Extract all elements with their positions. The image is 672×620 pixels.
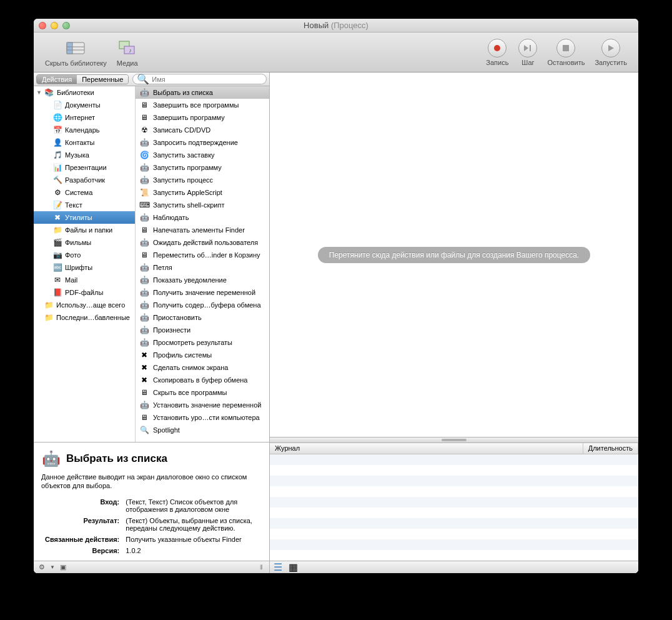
action-item[interactable]: 🤖Ожидать действий пользователя [136,236,269,249]
resize-handle-icon[interactable]: ⦀ [257,563,265,572]
left-bottom-bar: ⚙ ▼ ▣ ⦀ [34,561,269,573]
sidebar-root[interactable]: ▼📚Библиотеки [34,86,135,99]
stop-button[interactable]: Остановить [542,39,590,66]
actions-list[interactable]: 🤖Выбрать из списка🖥Завершить все програм… [136,86,269,442]
sidebar-item[interactable]: 📊Презентации [34,161,135,174]
action-item[interactable]: 🖥Завершить программу [136,111,269,124]
action-item[interactable]: 🤖Наблюдать [136,211,269,224]
log-row[interactable] [270,508,638,518]
action-item[interactable]: 🤖Запустить процесс [136,174,269,186]
action-item[interactable]: 📜Запустить AppleScript [136,186,269,199]
tab-variables[interactable]: Переменные [77,75,128,84]
action-item[interactable]: 🤖Выбрать из списка [136,86,269,99]
mode-segment[interactable]: Действия Переменные [36,74,129,84]
gear-menu-chevron-icon[interactable]: ▼ [50,564,55,570]
action-item[interactable]: 🖥Установить уро…сти компьютера [136,411,269,424]
sidebar-item[interactable]: 📄Документы [34,99,135,111]
hide-library-button[interactable]: Скрыть библиотеку [40,38,112,67]
action-item[interactable]: 🤖Просмотреть результаты [136,336,269,349]
log-row[interactable] [270,486,638,497]
action-label: Просмотреть результаты [153,338,232,348]
action-item[interactable]: 🖥Напечатать элементы Finder [136,224,269,236]
log-row[interactable] [270,529,638,539]
sidebar-item[interactable]: 🔤Шрифты [34,261,135,274]
action-item[interactable]: 🤖Петля [136,261,269,274]
grid-view-icon[interactable]: ▦ [289,563,297,572]
log-col-duration[interactable]: Длительность [583,443,638,454]
tab-actions[interactable]: Действия [37,75,77,84]
action-icon: 🖥 [139,112,149,122]
sidebar-item-label: Музыка [65,150,89,160]
action-item[interactable]: ✖Скопировать в буфер обмена [136,374,269,386]
action-item[interactable]: 🔍Spotlight [136,424,269,436]
sidebar-item[interactable]: 🎵Музыка [34,149,135,161]
sidebar-item[interactable]: ✖Утилиты [34,211,135,224]
action-label: Запустить заставку [153,150,215,160]
run-button[interactable]: Запустить [590,39,632,66]
action-icon: 🖥 [139,388,149,398]
library-icon [66,38,86,58]
titlebar[interactable]: Новый (Процесс) [34,19,638,32]
sidebar-smart-item[interactable]: 📁Последни…бавленные [34,311,135,324]
action-label: Запросить подтверждение [153,138,238,148]
sidebar-item[interactable]: 📁Файлы и папки [34,224,135,236]
sidebar-item[interactable]: 🎬Фильмы [34,236,135,249]
action-item[interactable]: 🤖Установить значение переменной [136,399,269,411]
sidebar-item[interactable]: 📕PDF-файлы [34,286,135,299]
action-item[interactable]: ☢Записать CD/DVD [136,124,269,136]
action-item[interactable]: 🌀Запустить заставку [136,149,269,161]
sidebar-item[interactable]: 📝Текст [34,199,135,211]
action-item[interactable]: ⌨Запустить shell-скрипт [136,199,269,211]
list-view-icon[interactable]: ☰ [274,563,282,572]
gear-icon[interactable]: ⚙ [37,563,46,572]
action-item[interactable]: 🖥Завершить все программы [136,99,269,111]
library-tabs: Действия Переменные 🔍 [34,72,269,86]
log-row[interactable] [270,539,638,550]
sidebar-item[interactable]: 🌐Интернет [34,111,135,124]
action-label: Установить значение переменной [153,400,261,410]
sidebar-item[interactable]: ✉Mail [34,274,135,286]
log-header: Журнал Длительность [270,443,638,454]
sidebar-item[interactable]: 👤Контакты [34,136,135,149]
sidebar-item[interactable]: 📅Календарь [34,124,135,136]
log-row[interactable] [270,476,638,486]
sidebar-smart-item[interactable]: 📁Использу…аще всего [34,299,135,311]
action-item[interactable]: 🤖Произнести [136,324,269,336]
log-row[interactable] [270,518,638,529]
step-button[interactable]: Шаг [513,39,542,66]
sidebar-item[interactable]: ⚙Система [34,186,135,199]
action-item[interactable]: 🤖Запросить подтверждение [136,136,269,149]
sidebar-item-label: Текст [65,200,82,210]
log-row[interactable] [270,465,638,476]
log-row[interactable] [270,454,638,465]
action-icon: 🤖 [139,262,149,272]
sidebar-item[interactable]: 🔨Разработчик [34,174,135,186]
svg-point-7 [494,45,500,51]
collapse-icon[interactable]: ▣ [59,563,67,572]
log-col-journal[interactable]: Журнал [270,443,583,454]
action-icon: 🤖 [139,88,149,98]
log-row[interactable] [270,497,638,508]
sidebar-item-label: Фильмы [65,238,91,248]
action-item[interactable]: 🖥Скрыть все программы [136,386,269,399]
disclosure-triangle-icon[interactable]: ▼ [36,88,42,98]
action-item[interactable]: 🤖Получить содер…буфера обмена [136,299,269,311]
action-item[interactable]: 🤖Запустить программу [136,161,269,174]
workflow-canvas[interactable]: Перетяните сюда действия или файлы для с… [270,72,638,437]
action-item[interactable]: 🤖Приостановить [136,311,269,324]
search-input[interactable] [152,76,262,83]
action-label: Запустить процесс [153,175,213,185]
action-item[interactable]: ✖Сделать снимок экрана [136,361,269,374]
action-item[interactable]: 🖥Переместить об…inder в Корзину [136,249,269,261]
media-button[interactable]: ♪ Медиа [112,38,143,67]
category-sidebar[interactable]: ▼📚Библиотеки📄Документы🌐Интернет📅Календар… [34,86,136,442]
action-item[interactable]: ✖Профиль системы [136,349,269,361]
sidebar-item[interactable]: 📷Фото [34,249,135,261]
record-button[interactable]: Запись [481,39,513,66]
splitter[interactable] [270,437,638,443]
action-item[interactable]: 🤖Показать уведомление [136,274,269,286]
log-row[interactable] [270,550,638,561]
action-item[interactable]: 🤖Получить значение переменной [136,286,269,299]
log-body[interactable] [270,454,638,561]
search-field[interactable]: 🔍 [132,74,267,84]
